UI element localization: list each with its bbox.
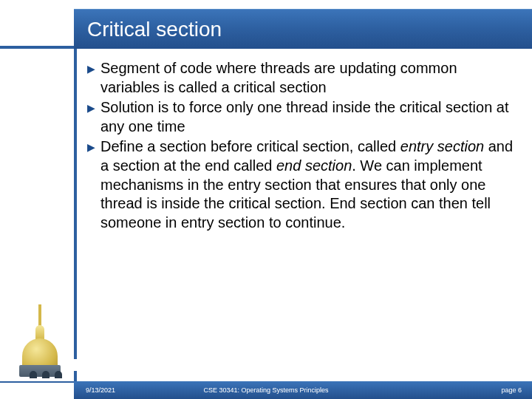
text-run-italic: end section	[276, 157, 352, 174]
dome-arch	[42, 371, 50, 378]
dome-logo	[13, 300, 66, 374]
dome-lantern	[35, 325, 44, 340]
footer-course: CSE 30341: Operating Systems Principles	[203, 386, 328, 394]
dome-arch	[30, 371, 37, 378]
dome-arch	[55, 371, 62, 378]
corner-notch	[74, 371, 84, 381]
bullet-item: ▶ Segment of code where threads are upda…	[87, 59, 517, 97]
dome-spire	[38, 304, 41, 327]
bullet-icon: ▶	[87, 59, 100, 97]
title-bar-left-gap	[0, 9, 74, 49]
footer-bar: 9/13/2021 CSE 30341: Operating Systems P…	[0, 381, 532, 399]
bullet-icon: ▶	[87, 98, 100, 136]
footer-page: page 6	[501, 386, 522, 394]
dome-base	[19, 365, 61, 377]
footer-left-gap	[0, 381, 74, 399]
text-run: Segment of code where threads are updati…	[100, 60, 457, 95]
footer-date: 9/13/2021	[86, 386, 115, 394]
text-run-italic: entry section	[400, 138, 484, 154]
bullet-item: ▶ Solution is to force only one thread i…	[87, 98, 517, 136]
bullet-icon: ▶	[87, 137, 100, 232]
bullet-text: Define a section before critical section…	[100, 137, 517, 232]
divider-horizontal	[0, 46, 74, 49]
bullet-text: Segment of code where threads are updati…	[100, 59, 517, 97]
divider-vertical	[74, 49, 77, 359]
slide-title: Critical section	[87, 18, 222, 41]
content-area: ▶ Segment of code where threads are upda…	[87, 59, 517, 233]
bullet-text: Solution is to force only one thread ins…	[100, 98, 517, 136]
text-run: Solution is to force only one thread ins…	[100, 99, 509, 134]
bullet-item: ▶ Define a section before critical secti…	[87, 137, 517, 232]
text-run: Define a section before critical section…	[100, 138, 400, 154]
